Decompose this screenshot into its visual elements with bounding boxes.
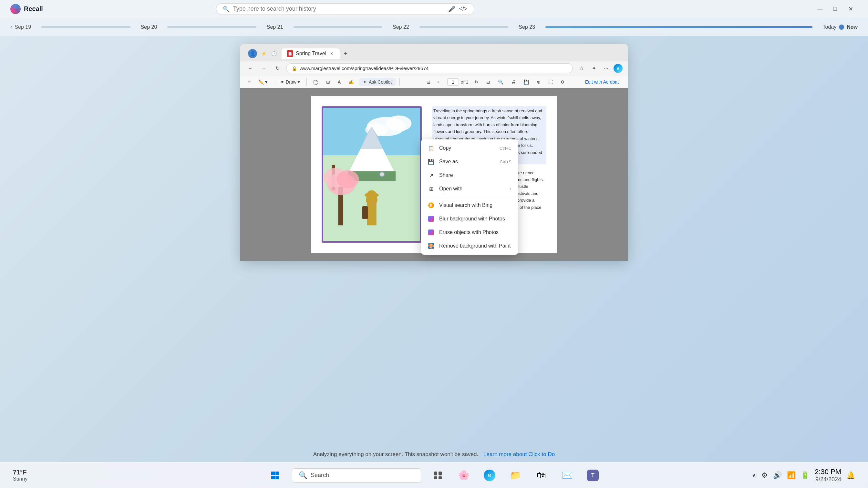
context-menu-remove-bg-paint[interactable]: 🎨 Remove background with Paint bbox=[421, 239, 518, 253]
pdf-fit-page[interactable]: ⊡ bbox=[424, 78, 433, 86]
store-button[interactable]: 🛍 bbox=[532, 466, 550, 484]
browser-left-icons: 👤 ⚡ 🕐 bbox=[245, 46, 280, 61]
pdf-search-tool[interactable]: 🔍 bbox=[495, 78, 506, 86]
blur-photos-label: Blur background with Photos bbox=[439, 216, 512, 222]
svg-rect-21 bbox=[271, 476, 275, 479]
context-menu-copy[interactable]: 📋 Copy Ctrl+C bbox=[421, 141, 518, 155]
recall-search-bar[interactable]: 🔍 🎤 </> bbox=[216, 3, 474, 15]
bing-icon: B bbox=[428, 202, 435, 209]
pdf-text-tool[interactable]: A bbox=[335, 78, 343, 86]
pdf-draw-tool[interactable]: ✒ Draw ▾ bbox=[278, 78, 303, 86]
svg-rect-25 bbox=[434, 476, 437, 479]
svg-rect-20 bbox=[275, 471, 279, 475]
context-menu-divider bbox=[421, 197, 518, 197]
widgets-button[interactable]: 🌸 bbox=[455, 466, 473, 484]
task-view-button[interactable] bbox=[429, 466, 447, 484]
recall-app-title: Recall bbox=[24, 5, 43, 12]
context-menu-open-with[interactable]: ⊞ Open with › bbox=[421, 182, 518, 196]
code-icon[interactable]: </> bbox=[459, 5, 468, 12]
svg-point-3 bbox=[386, 116, 411, 131]
active-tab[interactable]: 📄 Spring Travel ✕ bbox=[282, 48, 340, 59]
pdf-zoom-out[interactable]: − bbox=[414, 78, 423, 86]
context-menu-blur-photos[interactable]: Blur background with Photos bbox=[421, 212, 518, 226]
open-with-arrow-icon: › bbox=[510, 186, 512, 191]
ask-copilot-button[interactable]: ✦ Ask Copilot bbox=[359, 78, 396, 86]
weather-temperature: 71°F bbox=[13, 469, 27, 476]
more-options-icon[interactable]: ··· bbox=[601, 64, 611, 73]
speaker-icon[interactable]: 🔊 bbox=[773, 471, 782, 480]
refresh-button[interactable]: ↻ bbox=[273, 64, 282, 73]
pdf-print-tool[interactable]: 🖨 bbox=[508, 78, 518, 86]
pdf-rotate-tool[interactable]: ↻ bbox=[472, 78, 481, 86]
close-button[interactable]: ✕ bbox=[843, 3, 858, 15]
recall-search-input[interactable] bbox=[233, 5, 444, 12]
timeline-bar: ‹ Sep 19 Sep 20 Sep 21 Sep 22 Sep 23 Tod… bbox=[0, 18, 868, 36]
timeline-sep20-label: Sep 20 bbox=[141, 24, 157, 30]
pdf-thumbnail-view[interactable]: ⊟ bbox=[484, 78, 493, 86]
history-icon[interactable]: 🕐 bbox=[270, 50, 278, 58]
system-tray: ∧ ⚙ 🔊 📶 🔋 bbox=[752, 471, 810, 480]
pdf-view-tool[interactable]: ⊞ bbox=[323, 78, 333, 86]
back-button[interactable]: ← bbox=[245, 64, 255, 73]
address-bar[interactable]: 🔒 www.margiestravel.com/springtravelidea… bbox=[286, 63, 573, 73]
pdf-select-tool[interactable]: ≡ bbox=[245, 78, 253, 86]
timeline-sep20-fill bbox=[167, 26, 256, 28]
mail-button[interactable]: ✉️ bbox=[558, 466, 576, 484]
file-explorer-button[interactable]: 📁 bbox=[506, 466, 524, 484]
edge-taskbar-icon[interactable]: e bbox=[480, 466, 499, 484]
pdf-highlight-tool[interactable]: ✏️ ▾ bbox=[256, 78, 270, 86]
chevron-up-icon[interactable]: ∧ bbox=[752, 472, 756, 479]
context-menu: 📋 Copy Ctrl+C 💾 Save as Ctrl+S ↗ Share bbox=[421, 139, 518, 255]
weather-widget[interactable]: 71°F Sunny bbox=[13, 469, 27, 482]
pdf-erase-tool[interactable]: ◯ bbox=[311, 78, 321, 86]
notification-icon[interactable]: 🔔 bbox=[846, 471, 855, 480]
browser-window: 👤 ⚡ 🕐 📄 Spring Travel ✕ + ← → ↻ 🔒 www.ma… bbox=[240, 44, 628, 261]
browser-profile-icon[interactable]: 👤 bbox=[248, 49, 257, 58]
pdf-zoom-controls: − ⊡ + bbox=[414, 78, 442, 86]
pdf-signature-tool[interactable]: ✍ bbox=[346, 78, 356, 86]
context-menu-bing-search[interactable]: B Visual search with Bing bbox=[421, 198, 518, 212]
context-menu-erase-photos[interactable]: Erase objects with Photos bbox=[421, 226, 518, 239]
wifi-icon[interactable]: 📶 bbox=[787, 471, 796, 480]
edit-with-acrobat-button[interactable]: Edit with Acrobat bbox=[581, 78, 623, 86]
photos-blur-icon bbox=[428, 215, 435, 222]
forward-button[interactable]: → bbox=[259, 64, 269, 73]
minimize-button[interactable]: — bbox=[812, 3, 827, 15]
taskbar-search-bar[interactable]: 🔍 Search bbox=[292, 468, 421, 483]
pdf-zoom-in[interactable]: + bbox=[434, 78, 442, 86]
chevron-left-icon: ‹ bbox=[10, 24, 12, 30]
teams-button[interactable]: T bbox=[584, 466, 602, 484]
settings-icon[interactable]: ⚙ bbox=[762, 471, 768, 480]
pdf-page-input[interactable]: 1 bbox=[447, 78, 459, 86]
system-clock[interactable]: 2:30 PM 9/24/2024 bbox=[815, 468, 841, 483]
timeline-sep21-label: Sep 21 bbox=[267, 24, 283, 30]
pdf-save-tool[interactable]: 💾 bbox=[521, 78, 531, 86]
workspaces-icon[interactable]: ⚡ bbox=[259, 50, 268, 58]
windows-start-button[interactable] bbox=[266, 466, 284, 484]
timeline-back-button[interactable]: ‹ Sep 19 bbox=[10, 24, 31, 30]
tab-close-button[interactable]: ✕ bbox=[329, 51, 335, 57]
favorites-icon[interactable]: ☆ bbox=[577, 64, 586, 73]
svg-rect-24 bbox=[438, 471, 442, 476]
maximize-button[interactable]: □ bbox=[828, 3, 842, 15]
browser-tabs-bar: 👤 ⚡ 🕐 📄 Spring Travel ✕ + bbox=[240, 44, 628, 61]
taskbar-search-icon: 🔍 bbox=[299, 471, 307, 480]
pdf-fullscreen-tool[interactable]: ⛶ bbox=[546, 78, 555, 86]
address-bar-row: ← → ↻ 🔒 www.margiestravel.com/springtrav… bbox=[240, 61, 628, 76]
pdf-more-tool[interactable]: ⊕ bbox=[534, 78, 543, 86]
context-menu-share[interactable]: ↗ Share bbox=[421, 168, 518, 182]
microphone-icon[interactable]: 🎤 bbox=[448, 5, 455, 12]
recall-logo-icon bbox=[10, 4, 21, 14]
collections-icon[interactable]: ✦ bbox=[589, 64, 599, 73]
learn-more-link[interactable]: Learn more about Click to Do bbox=[484, 451, 555, 458]
pdf-settings-tool[interactable]: ⚙ bbox=[558, 78, 567, 86]
edge-browser-icon: e bbox=[614, 64, 623, 73]
recall-bar: Recall 🔍 🎤 </> — □ ✕ bbox=[0, 0, 868, 18]
context-menu-save-as[interactable]: 💾 Save as Ctrl+S bbox=[421, 155, 518, 168]
draw-dropdown-icon: ▾ bbox=[298, 79, 300, 85]
new-tab-button[interactable]: + bbox=[341, 49, 350, 58]
battery-icon[interactable]: 🔋 bbox=[801, 471, 810, 480]
pdf-toolbar-separator-2 bbox=[306, 78, 307, 86]
recall-window-controls: — □ ✕ bbox=[812, 3, 858, 15]
tab-title: Spring Travel bbox=[296, 51, 326, 57]
